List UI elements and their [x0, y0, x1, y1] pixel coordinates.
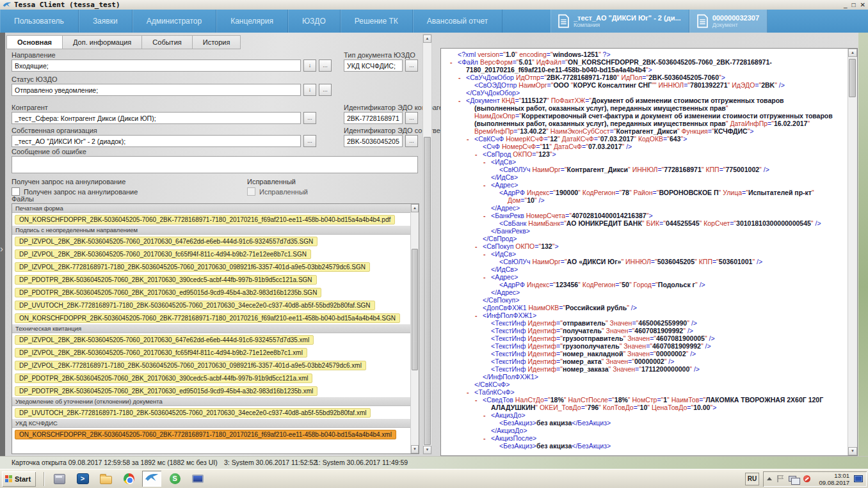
ribbon-tab-2[interactable]: Заявки [79, 10, 133, 33]
xml-line: -<СвПокуп ОКПО="132"> [441, 242, 847, 250]
scroll-down-icon[interactable]: ▼ [411, 445, 419, 453]
card-form-panel: ОсновнаяДоп. информацияСобытияИстория На… [5, 33, 421, 455]
files-scrollbar[interactable]: ▲ ▼ [410, 204, 419, 453]
napravlenie-more-button[interactable]: ... [319, 59, 332, 72]
ribbon-tab-1[interactable]: Пользователь [0, 10, 79, 33]
file-item[interactable]: DP_PDOTPR_2BK-5036045205-7060_2BK_201706… [15, 386, 317, 396]
flag-icon[interactable] [776, 475, 784, 483]
xml-viewer[interactable]: <?xml version="1.0" encoding="windows-12… [440, 48, 858, 456]
napravlenie-input[interactable] [12, 59, 301, 72]
xml-scrollbar[interactable]: ▲ ▼ [848, 49, 857, 455]
file-item[interactable]: DP_IZVPOL_2BK_2BK-5036045205-7060_201706… [15, 249, 311, 259]
kontragent-more-button[interactable]: ... [303, 112, 316, 124]
start-button[interactable]: Start [2, 471, 36, 487]
taskbar-button[interactable] [119, 471, 138, 487]
napravlenie-dropdown-button[interactable]: ↓ [303, 59, 316, 72]
file-item[interactable]: DP_IZVPOL_2BK_2BK-5036045205-7060_201706… [15, 237, 317, 246]
status-yuzdo-dropdown-button[interactable]: ↓ [303, 84, 316, 96]
xml-line: Дом="10" /> [441, 196, 847, 204]
status-yuzdo-more-button[interactable]: ... [319, 84, 332, 96]
maximize-button[interactable]: □ [852, 1, 856, 9]
files-scrollbar-thumb[interactable] [412, 249, 418, 370]
file-row: DP_PDOTPR_2BK-5036045205-7060_2BK_201706… [12, 372, 419, 384]
ribbon-tab-7[interactable]: Авансовый отчет [413, 10, 502, 33]
file-item[interactable]: DP_PDOTPR_2BK-5036045205-7060_2BK_201706… [15, 275, 317, 285]
file-item[interactable]: DP_PDOTPR_2BK-5036045205-7060_2BK_201706… [15, 374, 312, 383]
tray-clock[interactable]: 13:01 09.08.2017 [815, 472, 849, 486]
form-scrollbar-thumb[interactable] [424, 137, 431, 445]
document-icon [558, 14, 569, 28]
kontragent-input[interactable] [12, 112, 301, 124]
scroll-up-icon[interactable]: ▲ [423, 35, 431, 43]
error-message-box[interactable] [12, 156, 418, 173]
tip-dokumenta-input[interactable] [344, 59, 403, 72]
taskbar-button[interactable]: > [73, 471, 92, 487]
status-entry-1: 1: System 30.06.2017 11:49:59 [315, 459, 408, 466]
error-message-label: Сообщение об ошибке [12, 148, 86, 155]
file-item[interactable]: ON_KORSCHFDOPPR_2BK-5036045205-7060_2BK-… [15, 215, 395, 224]
language-indicator[interactable]: RU [745, 473, 759, 485]
edo-sobstv-org-input[interactable] [344, 135, 403, 147]
file-item[interactable]: DP_UVUTOCH_2BK-7728168971-7180_2BK-50360… [15, 301, 375, 310]
minimize-button[interactable]: _ [844, 1, 848, 9]
taskbar-button[interactable] [142, 471, 161, 487]
network-icon[interactable] [789, 476, 796, 482]
form-tab-1[interactable]: Основная [6, 35, 63, 49]
ribbon-tab-6[interactable]: Решение ТК [341, 10, 413, 33]
windows-logo-icon [5, 475, 12, 482]
edo-kontragenta-more-button[interactable]: ... [405, 112, 418, 124]
file-group-header: УКД КСЧФДИС [12, 419, 410, 428]
file-item[interactable]: DP_IZVPOL_2BK_2BK-5036045205-7060_201706… [15, 348, 307, 358]
alert-icon[interactable] [803, 475, 810, 482]
file-item[interactable]: DP_PDOTPR_2BK-5036045205-7060_2BK_201706… [15, 288, 321, 297]
scroll-down-icon[interactable]: ▼ [423, 446, 431, 454]
file-item[interactable]: DP_IZVPOL_2BK-7728168971-7180_2BK-503604… [15, 361, 366, 370]
card-subtitle: Компания [574, 22, 681, 28]
ribbon-tab-4[interactable]: Канцелярия [216, 10, 288, 33]
tip-dokumenta-more-button[interactable]: ... [405, 59, 418, 72]
close-button[interactable]: ✕ [860, 1, 865, 9]
taskbar-button[interactable] [96, 471, 115, 487]
form-tab-2[interactable]: Доп. информация [63, 35, 142, 49]
monitor-icon[interactable] [854, 475, 863, 482]
files-list[interactable]: Печатная формаON_KORSCHFDOPPR_2BK-503604… [12, 203, 419, 454]
form-tab-3[interactable]: События [142, 35, 192, 49]
ribbon-tab-3[interactable]: Администратор [133, 10, 217, 33]
xml-line: <СчФ НомерСчФ="11" ДатаСчФ="07.03.2017" … [441, 143, 847, 150]
powershell-icon: > [77, 473, 89, 484]
expand-panel-icon[interactable]: › [0, 244, 3, 253]
file-item[interactable]: DP_IZVPOL_2BK_2BK-5036045205-7060_201706… [15, 335, 314, 345]
file-item[interactable]: DP_IZVPOL_2BK-7728168971-7180_2BK-503604… [15, 262, 370, 272]
scroll-up-icon[interactable]: ▲ [848, 49, 857, 57]
hidden-icons-chevron[interactable] [767, 477, 772, 480]
xml-line: <СвБанк НаимБанк="АО ЮНИКРЕДИТ БАНК" БИК… [441, 219, 847, 227]
form-scrollbar[interactable]: ▲ ▼ [422, 34, 432, 455]
scroll-up-icon[interactable]: ▲ [411, 204, 419, 212]
taskbar-button[interactable] [188, 471, 207, 487]
xml-scrollbar-thumb[interactable] [849, 59, 856, 97]
file-group-header: Печатная форма [12, 204, 410, 213]
left-splitter[interactable]: › [0, 33, 5, 456]
card-text: _тест_АО "ДИКСИ Юг" - 2 (ди...Компания [574, 14, 681, 28]
file-item[interactable]: DP_UVUTOCH_2BK-7728168971-7180_2BK-50360… [15, 408, 371, 418]
edo-kontragenta-input[interactable] [344, 112, 403, 124]
form-tab-4[interactable]: История [193, 35, 241, 49]
file-item[interactable]: ON_KORSCHFDOPPR_2BK-5036045205-7060_2BK-… [15, 313, 400, 323]
file-row: DP_PDOTPR_2BK-5036045205-7060_2BK_201706… [12, 286, 419, 299]
edo-sobstv-org-more-button[interactable]: ... [405, 135, 418, 147]
scroll-down-icon[interactable]: ▼ [848, 447, 857, 455]
ribbon: ПользовательЗаявкиАдминистраторКанцеляри… [0, 10, 868, 33]
status-yuzdo-input[interactable] [12, 84, 301, 96]
sobstv-org-input[interactable] [12, 135, 301, 147]
ribbon-tab-5[interactable]: ЮЗДО [288, 10, 341, 33]
xml-line: <ТекстИнф Идентиф="номер_акта" Значен="0… [441, 358, 847, 365]
ispravlenny-checkbox[interactable] [247, 187, 255, 196]
file-item[interactable]: ON_KORSCHFDOPPR_2BK-5036045205-7060_2BK-… [15, 430, 396, 439]
open-card-1[interactable]: _тест_АО "ДИКСИ Юг" - 2 (ди...Компания [551, 10, 689, 33]
ispravlenny-checkbox-label: Исправленный [259, 188, 308, 196]
open-card-2[interactable]: 000000032307Документ [689, 10, 768, 33]
sobstv-org-label: Собственная организация [12, 127, 97, 134]
taskbar-button[interactable] [50, 471, 69, 487]
sobstv-org-more-button[interactable]: ... [303, 135, 316, 147]
taskbar-button[interactable]: S [165, 471, 184, 487]
